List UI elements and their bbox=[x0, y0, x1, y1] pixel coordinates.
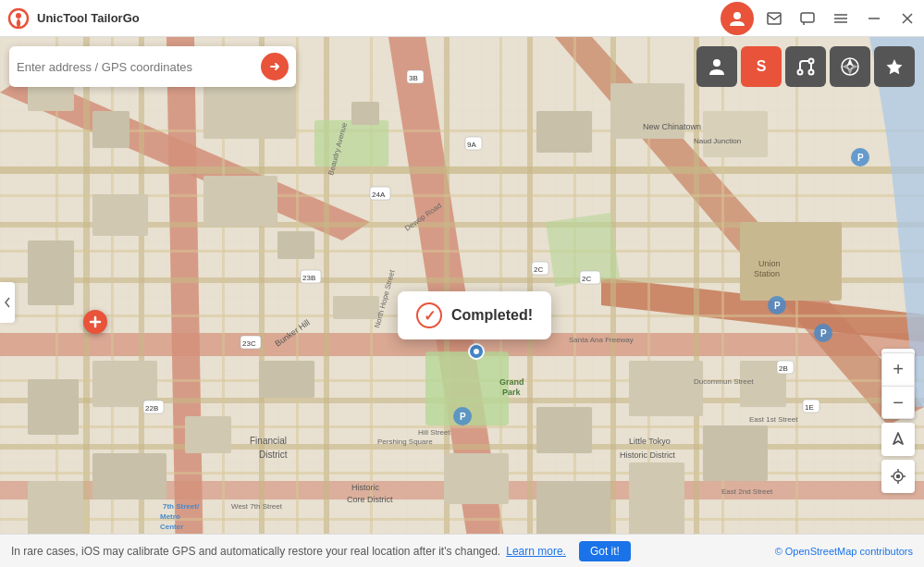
svg-text:New Chinatown: New Chinatown bbox=[643, 122, 701, 131]
svg-point-142 bbox=[809, 70, 814, 75]
notification-message: In rare cases, iOS may calibrate GPS and… bbox=[11, 545, 500, 558]
route-tool-button[interactable] bbox=[785, 46, 826, 87]
svg-rect-65 bbox=[92, 361, 157, 407]
svg-rect-24 bbox=[0, 444, 924, 450]
svg-rect-76 bbox=[444, 453, 509, 504]
svg-text:Historic: Historic bbox=[351, 483, 380, 492]
svg-text:9A: 9A bbox=[467, 141, 476, 149]
svg-rect-60 bbox=[277, 231, 314, 259]
svg-text:Historic District: Historic District bbox=[620, 450, 675, 460]
svg-text:2C: 2C bbox=[534, 265, 543, 274]
svg-rect-74 bbox=[629, 361, 703, 416]
teleport-tool-button[interactable]: S bbox=[741, 46, 782, 87]
app-title: UnicTool TailorGo bbox=[37, 11, 721, 25]
svg-text:Financial: Financial bbox=[250, 436, 287, 446]
zoom-controls: + − bbox=[881, 352, 915, 419]
svg-text:Station: Station bbox=[754, 269, 780, 278]
svg-rect-79 bbox=[703, 425, 768, 481]
user-avatar[interactable] bbox=[721, 2, 754, 35]
search-input[interactable] bbox=[17, 60, 261, 74]
target-button[interactable] bbox=[881, 460, 915, 493]
add-point-button[interactable] bbox=[83, 310, 107, 334]
svg-rect-62 bbox=[28, 240, 74, 305]
map-area[interactable]: Union Station P P P P Bunker Hill Financ… bbox=[0, 37, 924, 567]
svg-text:District: District bbox=[259, 450, 288, 460]
svg-rect-66 bbox=[28, 379, 79, 435]
svg-point-2 bbox=[733, 12, 741, 19]
toolbar: S bbox=[696, 46, 915, 87]
svg-text:Santa Ana Freeway: Santa Ana Freeway bbox=[569, 336, 634, 344]
svg-text:Little Tokyo: Little Tokyo bbox=[629, 437, 671, 446]
svg-text:P: P bbox=[460, 412, 466, 422]
svg-text:22B: 22B bbox=[145, 404, 158, 413]
bottom-notification-bar: In rare cases, iOS may calibrate GPS and… bbox=[0, 534, 924, 567]
completed-popup: ✓ Completed! bbox=[398, 291, 551, 339]
zoom-in-icon: + bbox=[893, 359, 904, 380]
search-bar bbox=[9, 46, 296, 87]
chat-button[interactable] bbox=[791, 2, 824, 35]
close-button[interactable] bbox=[891, 2, 924, 35]
mail-button[interactable] bbox=[758, 2, 791, 35]
search-submit-button[interactable] bbox=[261, 53, 289, 80]
svg-rect-64 bbox=[259, 361, 314, 398]
svg-rect-59 bbox=[203, 176, 277, 227]
svg-text:1E: 1E bbox=[805, 403, 814, 412]
completed-check-icon: ✓ bbox=[416, 302, 442, 328]
svg-text:Union: Union bbox=[758, 259, 781, 268]
compass-tool-button[interactable] bbox=[830, 46, 870, 87]
svg-text:23C: 23C bbox=[242, 339, 256, 348]
zoom-out-button[interactable]: − bbox=[881, 386, 915, 419]
left-panel-toggle[interactable] bbox=[0, 282, 15, 323]
svg-rect-4 bbox=[801, 13, 814, 22]
svg-text:Park: Park bbox=[502, 388, 522, 397]
svg-rect-69 bbox=[28, 481, 83, 536]
svg-text:East 1st Street: East 1st Street bbox=[749, 415, 798, 424]
svg-text:Core District: Core District bbox=[347, 495, 393, 504]
navigate-button[interactable] bbox=[881, 423, 915, 456]
person-tool-button[interactable] bbox=[696, 46, 737, 87]
svg-point-141 bbox=[809, 59, 814, 64]
titlebar: UnicTool TailorGo bbox=[0, 0, 924, 37]
minimize-button[interactable] bbox=[857, 2, 891, 35]
svg-point-1 bbox=[16, 13, 21, 18]
svg-rect-41 bbox=[0, 518, 924, 521]
svg-rect-61 bbox=[92, 194, 148, 236]
learn-more-link[interactable]: Learn more. bbox=[506, 545, 566, 558]
svg-rect-72 bbox=[703, 111, 768, 157]
svg-text:Pershing Square: Pershing Square bbox=[377, 438, 433, 446]
svg-text:Grand: Grand bbox=[499, 377, 524, 387]
svg-rect-77 bbox=[536, 481, 610, 536]
svg-rect-34 bbox=[0, 129, 924, 132]
svg-text:Metro: Metro bbox=[160, 512, 180, 521]
svg-rect-29 bbox=[324, 37, 329, 567]
svg-text:West 7th Street: West 7th Street bbox=[231, 502, 283, 511]
svg-text:P: P bbox=[774, 301, 781, 311]
svg-rect-51 bbox=[795, 37, 798, 567]
favorite-tool-button[interactable] bbox=[874, 46, 915, 87]
svg-text:24A: 24A bbox=[372, 191, 386, 199]
svg-text:Naud Junction: Naud Junction bbox=[694, 137, 741, 145]
svg-text:23B: 23B bbox=[302, 274, 315, 282]
svg-text:Center: Center bbox=[160, 523, 183, 531]
svg-text:2C: 2C bbox=[582, 275, 591, 283]
svg-text:3B: 3B bbox=[409, 74, 418, 82]
svg-point-140 bbox=[798, 70, 803, 75]
completed-text: Completed! bbox=[451, 307, 533, 324]
svg-rect-55 bbox=[28, 83, 74, 111]
svg-text:East 2nd Street: East 2nd Street bbox=[721, 487, 773, 496]
zoom-in-button[interactable]: + bbox=[881, 352, 915, 386]
window-controls bbox=[721, 2, 924, 35]
svg-rect-53 bbox=[314, 120, 388, 166]
svg-point-149 bbox=[897, 475, 900, 478]
svg-rect-75 bbox=[536, 407, 592, 453]
got-it-button[interactable]: Got it! bbox=[579, 541, 631, 561]
svg-rect-56 bbox=[92, 111, 129, 148]
svg-rect-45 bbox=[296, 37, 299, 567]
svg-rect-3 bbox=[768, 13, 781, 24]
menu-button[interactable] bbox=[824, 2, 857, 35]
svg-text:P: P bbox=[857, 153, 864, 163]
svg-point-138 bbox=[474, 349, 479, 354]
osm-credit: © OpenStreetMap contributors bbox=[775, 546, 913, 557]
app-icon bbox=[0, 0, 37, 37]
svg-text:2B: 2B bbox=[779, 364, 788, 373]
